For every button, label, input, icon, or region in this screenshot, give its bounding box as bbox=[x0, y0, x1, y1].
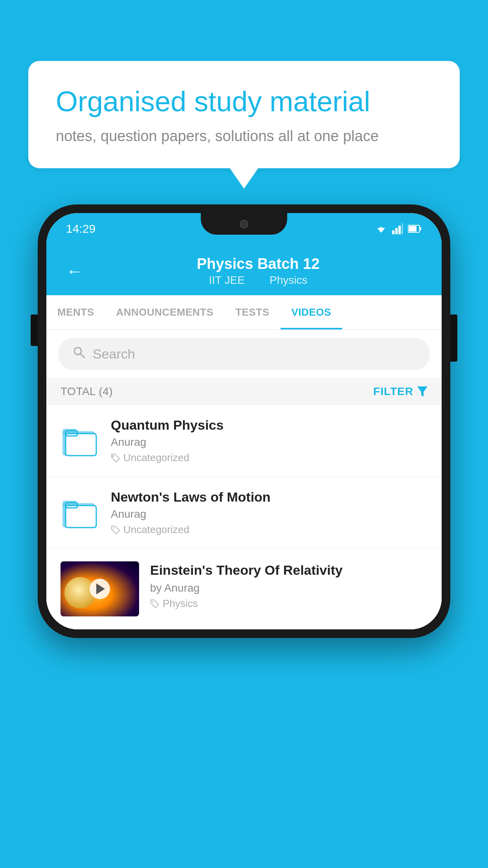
svg-rect-6 bbox=[402, 223, 403, 234]
notch bbox=[201, 213, 287, 235]
search-bar[interactable]: Search bbox=[58, 338, 430, 370]
speech-bubble-title: Organised study material bbox=[56, 85, 432, 118]
svg-marker-12 bbox=[417, 386, 427, 397]
tab-announcements[interactable]: ANNOUNCEMENTS bbox=[105, 295, 225, 329]
video-author-1: Anurag bbox=[111, 436, 427, 449]
header-subtitle-left: IIT JEE bbox=[209, 274, 245, 286]
tag-icon-3 bbox=[150, 599, 160, 609]
filter-label: FILTER bbox=[373, 385, 413, 398]
play-button[interactable] bbox=[90, 579, 110, 599]
video-title-2: Newton's Laws of Motion bbox=[111, 489, 427, 505]
search-icon bbox=[72, 346, 86, 362]
tab-tests[interactable]: TESTS bbox=[224, 295, 280, 329]
filter-icon bbox=[417, 386, 427, 397]
header-main-title: Physics Batch 12 bbox=[94, 256, 422, 272]
status-time: 14:29 bbox=[66, 222, 95, 235]
list-item[interactable]: Quantum Physics Anurag Uncategorized bbox=[46, 405, 442, 477]
tabs-bar: MENTS ANNOUNCEMENTS TESTS VIDEOS bbox=[46, 295, 442, 330]
svg-rect-8 bbox=[420, 227, 421, 230]
video-info-1: Quantum Physics Anurag Uncategorized bbox=[111, 417, 427, 464]
tab-ments[interactable]: MENTS bbox=[46, 295, 105, 329]
camera-dot bbox=[240, 220, 248, 228]
filter-button[interactable]: FILTER bbox=[373, 385, 427, 398]
folder-icon-2 bbox=[62, 497, 98, 528]
video-title-3: Einstein's Theory Of Relativity bbox=[150, 561, 427, 579]
signal-icon bbox=[392, 223, 403, 234]
video-thumbnail-3 bbox=[61, 561, 139, 616]
filter-row: TOTAL (4) FILTER bbox=[46, 378, 442, 405]
video-tag-1: Uncategorized bbox=[111, 452, 427, 464]
phone-inner: 14:29 bbox=[46, 213, 442, 629]
video-info-2: Newton's Laws of Motion Anurag Uncategor… bbox=[111, 489, 427, 536]
speech-bubble-subtitle: notes, question papers, solutions all at… bbox=[56, 128, 432, 145]
header-title-block: Physics Batch 12 IIT JEE Physics bbox=[94, 256, 422, 287]
video-thumb-1 bbox=[61, 421, 100, 460]
search-container: Search bbox=[46, 330, 442, 378]
list-item[interactable]: Einstein's Theory Of Relativity by Anura… bbox=[46, 549, 442, 629]
folder-icon-1 bbox=[62, 425, 98, 456]
svg-line-11 bbox=[81, 354, 84, 358]
tab-videos[interactable]: VIDEOS bbox=[281, 295, 342, 329]
app-header: ← Physics Batch 12 IIT JEE Physics bbox=[46, 245, 442, 295]
video-tag-3: Physics bbox=[150, 598, 427, 610]
tag-icon-1 bbox=[111, 453, 120, 463]
status-bar: 14:29 bbox=[46, 213, 442, 245]
svg-point-21 bbox=[113, 527, 114, 528]
video-title-1: Quantum Physics bbox=[111, 417, 427, 433]
svg-rect-19 bbox=[66, 506, 96, 528]
phone-mockup: 14:29 bbox=[38, 204, 450, 638]
header-subtitle: IIT JEE Physics bbox=[94, 274, 422, 287]
svg-rect-4 bbox=[395, 228, 398, 234]
play-triangle-icon bbox=[96, 583, 105, 594]
header-subtitle-sep bbox=[254, 274, 261, 286]
status-icons bbox=[375, 223, 422, 234]
battery-icon bbox=[408, 224, 422, 233]
svg-rect-15 bbox=[66, 434, 96, 456]
speech-bubble-container: Organised study material notes, question… bbox=[28, 61, 460, 168]
header-subtitle-right: Physics bbox=[270, 274, 307, 286]
speech-bubble: Organised study material notes, question… bbox=[28, 61, 460, 168]
tag-icon-2 bbox=[111, 525, 120, 535]
svg-point-22 bbox=[152, 601, 154, 602]
video-author-3: by Anurag bbox=[150, 582, 427, 594]
phone-outer: 14:29 bbox=[38, 204, 450, 638]
back-button[interactable]: ← bbox=[66, 263, 83, 280]
video-author-2: Anurag bbox=[111, 508, 427, 520]
search-input[interactable]: Search bbox=[93, 346, 135, 362]
svg-rect-9 bbox=[409, 226, 416, 232]
svg-rect-5 bbox=[398, 226, 401, 234]
total-label: TOTAL (4) bbox=[61, 385, 113, 398]
list-item[interactable]: Newton's Laws of Motion Anurag Uncategor… bbox=[46, 477, 442, 549]
svg-rect-3 bbox=[392, 230, 394, 234]
video-list: Quantum Physics Anurag Uncategorized bbox=[46, 405, 442, 629]
video-thumb-2 bbox=[61, 493, 100, 532]
video-info-3: Einstein's Theory Of Relativity by Anura… bbox=[150, 561, 427, 610]
video-tag-2: Uncategorized bbox=[111, 524, 427, 536]
wifi-icon bbox=[375, 223, 387, 234]
